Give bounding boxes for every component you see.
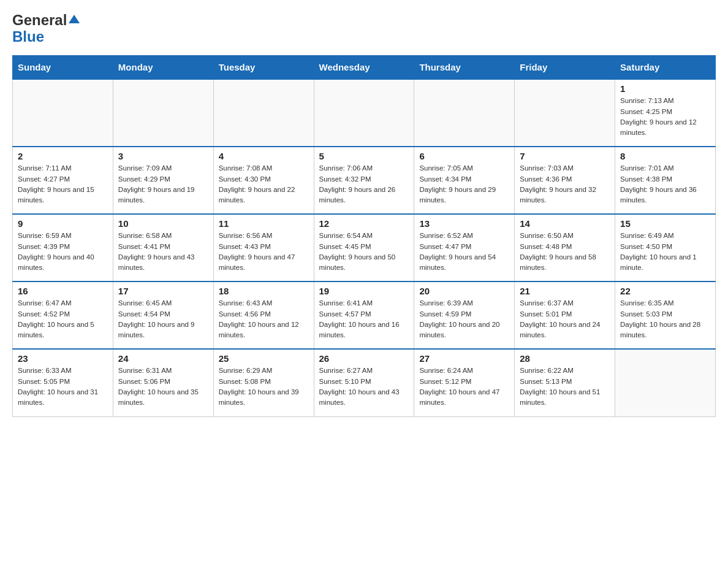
day-info: Sunrise: 7:03 AMSunset: 4:36 PMDaylight:… xyxy=(520,163,610,205)
day-number: 10 xyxy=(118,218,208,229)
day-info: Sunrise: 6:45 AMSunset: 4:54 PMDaylight:… xyxy=(118,298,208,340)
calendar-cell xyxy=(615,349,716,416)
day-number: 15 xyxy=(620,218,710,229)
col-saturday: Saturday xyxy=(615,56,716,80)
day-info: Sunrise: 6:58 AMSunset: 4:41 PMDaylight:… xyxy=(118,231,208,273)
calendar-cell: 15Sunrise: 6:49 AMSunset: 4:50 PMDayligh… xyxy=(615,214,716,282)
calendar-cell xyxy=(13,79,113,147)
calendar-cell: 7Sunrise: 7:03 AMSunset: 4:36 PMDaylight… xyxy=(515,147,615,214)
calendar-week-4: 16Sunrise: 6:47 AMSunset: 4:52 PMDayligh… xyxy=(13,282,716,349)
day-number: 13 xyxy=(419,218,509,229)
day-number: 23 xyxy=(18,353,108,364)
day-info: Sunrise: 7:13 AMSunset: 4:25 PMDaylight:… xyxy=(620,96,710,138)
col-tuesday: Tuesday xyxy=(213,56,314,80)
calendar-cell: 2Sunrise: 7:11 AMSunset: 4:27 PMDaylight… xyxy=(13,147,113,214)
day-number: 3 xyxy=(118,151,208,161)
calendar-cell: 21Sunrise: 6:37 AMSunset: 5:01 PMDayligh… xyxy=(515,282,615,349)
calendar-cell: 11Sunrise: 6:56 AMSunset: 4:43 PMDayligh… xyxy=(213,214,314,282)
calendar-week-5: 23Sunrise: 6:33 AMSunset: 5:05 PMDayligh… xyxy=(13,349,716,416)
day-number: 2 xyxy=(18,151,108,161)
calendar-cell: 18Sunrise: 6:43 AMSunset: 4:56 PMDayligh… xyxy=(213,282,314,349)
day-info: Sunrise: 7:09 AMSunset: 4:29 PMDaylight:… xyxy=(118,163,208,205)
day-info: Sunrise: 6:52 AMSunset: 4:47 PMDaylight:… xyxy=(419,231,509,273)
calendar-cell: 8Sunrise: 7:01 AMSunset: 4:38 PMDaylight… xyxy=(615,147,716,214)
day-info: Sunrise: 7:08 AMSunset: 4:30 PMDaylight:… xyxy=(219,163,309,205)
logo-general-text: General xyxy=(12,12,67,28)
day-info: Sunrise: 6:54 AMSunset: 4:45 PMDaylight:… xyxy=(319,231,409,273)
calendar-cell: 5Sunrise: 7:06 AMSunset: 4:32 PMDaylight… xyxy=(314,147,414,214)
day-number: 14 xyxy=(520,218,610,229)
calendar-cell: 27Sunrise: 6:24 AMSunset: 5:12 PMDayligh… xyxy=(414,349,515,416)
col-sunday: Sunday xyxy=(13,56,113,80)
calendar-week-2: 2Sunrise: 7:11 AMSunset: 4:27 PMDaylight… xyxy=(13,147,716,214)
day-number: 11 xyxy=(219,218,309,229)
day-number: 6 xyxy=(419,151,509,161)
calendar-cell: 4Sunrise: 7:08 AMSunset: 4:30 PMDaylight… xyxy=(213,147,314,214)
day-info: Sunrise: 7:06 AMSunset: 4:32 PMDaylight:… xyxy=(319,163,409,205)
calendar-cell: 22Sunrise: 6:35 AMSunset: 5:03 PMDayligh… xyxy=(615,282,716,349)
day-info: Sunrise: 6:50 AMSunset: 4:48 PMDaylight:… xyxy=(520,231,610,273)
day-number: 12 xyxy=(319,218,409,229)
day-info: Sunrise: 6:43 AMSunset: 4:56 PMDaylight:… xyxy=(219,298,309,340)
calendar-cell: 9Sunrise: 6:59 AMSunset: 4:39 PMDaylight… xyxy=(13,214,113,282)
day-info: Sunrise: 6:47 AMSunset: 4:52 PMDaylight:… xyxy=(18,298,108,340)
day-info: Sunrise: 6:56 AMSunset: 4:43 PMDaylight:… xyxy=(219,231,309,273)
calendar-cell: 24Sunrise: 6:31 AMSunset: 5:06 PMDayligh… xyxy=(113,349,213,416)
day-info: Sunrise: 6:49 AMSunset: 4:50 PMDaylight:… xyxy=(620,231,710,273)
calendar-cell: 16Sunrise: 6:47 AMSunset: 4:52 PMDayligh… xyxy=(13,282,113,349)
calendar-cell xyxy=(213,79,314,147)
calendar-cell xyxy=(113,79,213,147)
day-number: 22 xyxy=(620,286,710,296)
day-number: 8 xyxy=(620,151,710,161)
calendar-cell: 17Sunrise: 6:45 AMSunset: 4:54 PMDayligh… xyxy=(113,282,213,349)
day-info: Sunrise: 6:31 AMSunset: 5:06 PMDaylight:… xyxy=(118,366,208,408)
calendar-cell: 1Sunrise: 7:13 AMSunset: 4:25 PMDaylight… xyxy=(615,79,716,147)
day-info: Sunrise: 6:27 AMSunset: 5:10 PMDaylight:… xyxy=(319,366,409,408)
day-info: Sunrise: 6:39 AMSunset: 4:59 PMDaylight:… xyxy=(419,298,509,340)
day-info: Sunrise: 7:11 AMSunset: 4:27 PMDaylight:… xyxy=(18,163,108,205)
day-number: 20 xyxy=(419,286,509,296)
day-number: 4 xyxy=(219,151,309,161)
day-info: Sunrise: 7:01 AMSunset: 4:38 PMDaylight:… xyxy=(620,163,710,205)
day-number: 27 xyxy=(419,353,509,364)
col-wednesday: Wednesday xyxy=(314,56,414,80)
calendar-header-row: Sunday Monday Tuesday Wednesday Thursday… xyxy=(13,56,716,80)
logo-arrow-icon xyxy=(69,15,80,23)
calendar-cell: 3Sunrise: 7:09 AMSunset: 4:29 PMDaylight… xyxy=(113,147,213,214)
col-monday: Monday xyxy=(113,56,213,80)
day-number: 26 xyxy=(319,353,409,364)
day-info: Sunrise: 6:24 AMSunset: 5:12 PMDaylight:… xyxy=(419,366,509,408)
day-number: 24 xyxy=(118,353,208,364)
calendar-cell: 20Sunrise: 6:39 AMSunset: 4:59 PMDayligh… xyxy=(414,282,515,349)
day-number: 7 xyxy=(520,151,610,161)
calendar-cell: 19Sunrise: 6:41 AMSunset: 4:57 PMDayligh… xyxy=(314,282,414,349)
day-info: Sunrise: 7:05 AMSunset: 4:34 PMDaylight:… xyxy=(419,163,509,205)
col-friday: Friday xyxy=(515,56,615,80)
day-number: 19 xyxy=(319,286,409,296)
page-header: General Blue xyxy=(12,12,716,45)
day-number: 21 xyxy=(520,286,610,296)
day-number: 16 xyxy=(18,286,108,296)
calendar-cell xyxy=(414,79,515,147)
day-info: Sunrise: 6:22 AMSunset: 5:13 PMDaylight:… xyxy=(520,366,610,408)
day-info: Sunrise: 6:41 AMSunset: 4:57 PMDaylight:… xyxy=(319,298,409,340)
day-number: 18 xyxy=(219,286,309,296)
calendar-cell xyxy=(314,79,414,147)
day-number: 9 xyxy=(18,218,108,229)
calendar-cell: 26Sunrise: 6:27 AMSunset: 5:10 PMDayligh… xyxy=(314,349,414,416)
calendar-cell: 23Sunrise: 6:33 AMSunset: 5:05 PMDayligh… xyxy=(13,349,113,416)
day-info: Sunrise: 6:33 AMSunset: 5:05 PMDaylight:… xyxy=(18,366,108,408)
calendar-cell: 6Sunrise: 7:05 AMSunset: 4:34 PMDaylight… xyxy=(414,147,515,214)
calendar-cell: 10Sunrise: 6:58 AMSunset: 4:41 PMDayligh… xyxy=(113,214,213,282)
day-info: Sunrise: 6:35 AMSunset: 5:03 PMDaylight:… xyxy=(620,298,710,340)
day-info: Sunrise: 6:29 AMSunset: 5:08 PMDaylight:… xyxy=(219,366,309,408)
calendar-table: Sunday Monday Tuesday Wednesday Thursday… xyxy=(12,55,716,417)
logo-blue-text: Blue xyxy=(12,28,44,45)
logo: General Blue xyxy=(12,12,80,45)
day-number: 1 xyxy=(620,83,710,94)
col-thursday: Thursday xyxy=(414,56,515,80)
calendar-cell: 13Sunrise: 6:52 AMSunset: 4:47 PMDayligh… xyxy=(414,214,515,282)
calendar-cell: 12Sunrise: 6:54 AMSunset: 4:45 PMDayligh… xyxy=(314,214,414,282)
day-number: 25 xyxy=(219,353,309,364)
calendar-cell xyxy=(515,79,615,147)
